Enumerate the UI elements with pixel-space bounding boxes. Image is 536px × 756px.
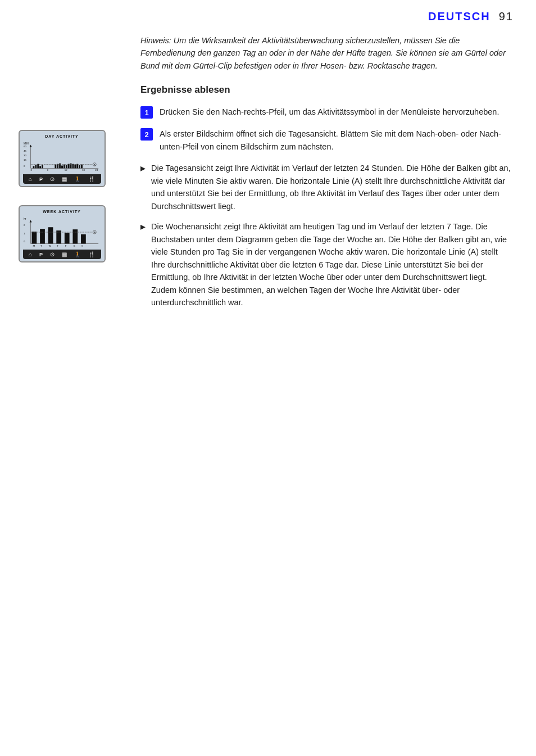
p-icon-week: P [39, 252, 43, 257]
sidebar: DAY ACTIVITY MIN 60 45 30 15 0 0 [0, 29, 124, 323]
svg-text:18: 18 [81, 169, 84, 171]
step-2-text: Als erster Bildschirm öffnet sich die Ta… [160, 128, 514, 153]
svg-rect-54 [72, 229, 78, 243]
svg-rect-50 [40, 229, 45, 243]
day-activity-title: DAY ACTIVITY [23, 134, 101, 138]
svg-text:2: 2 [23, 224, 25, 227]
svg-text:hr: hr [23, 218, 26, 220]
day-activity-chart: MIN 60 45 30 15 0 0 6 12 18 24 [23, 139, 101, 174]
svg-text:A: A [94, 231, 96, 234]
svg-rect-55 [81, 234, 86, 244]
svg-text:15: 15 [23, 159, 26, 161]
page-header: DEUTSCH 91 [0, 0, 536, 29]
day-activity-icons: ⌂ P ⊙ ▦ 🚶 🍴 [23, 174, 101, 184]
svg-rect-49 [31, 232, 37, 243]
svg-rect-14 [33, 166, 34, 169]
svg-rect-15 [35, 165, 37, 169]
svg-text:MIN: MIN [23, 142, 28, 145]
svg-text:T: T [57, 245, 58, 247]
svg-text:45: 45 [23, 150, 26, 152]
bullet-1-text: Die Tagesansicht zeigt Ihre Aktivität im… [151, 162, 514, 212]
fork-icon-week: 🍴 [88, 251, 95, 257]
svg-text:0: 0 [23, 165, 25, 168]
step-1: 1 Drücken Sie den Nach-rechts-Pfeil, um … [140, 106, 514, 119]
svg-text:A: A [94, 164, 96, 166]
step-1-badge: 1 [140, 106, 153, 119]
svg-text:6: 6 [47, 169, 48, 171]
svg-text:0: 0 [30, 169, 32, 171]
svg-text:M: M [33, 245, 35, 247]
page-number: 91 [499, 10, 514, 22]
svg-rect-23 [63, 165, 65, 169]
svg-text:30: 30 [23, 154, 26, 157]
svg-rect-21 [59, 164, 61, 169]
note-text: Hinweis: Um die Wirksamkeit der Aktivitä… [140, 34, 514, 72]
svg-text:24: 24 [95, 169, 98, 171]
svg-rect-30 [79, 165, 80, 169]
person-icon-week: 🚶 [74, 251, 81, 257]
step-2: 2 Als erster Bildschirm öffnet sich die … [140, 128, 514, 153]
svg-rect-22 [61, 166, 63, 169]
svg-rect-24 [65, 165, 67, 169]
svg-text:1: 1 [23, 232, 25, 235]
bullet-2-text: Die Wochenansicht zeigt Ihre Aktivität a… [151, 220, 514, 309]
bullet-1: ▸ Die Tagesansicht zeigt Ihre Aktivität … [140, 162, 514, 212]
svg-text:S: S [81, 245, 83, 247]
language-label: DEUTSCH [428, 10, 490, 22]
day-activity-device: DAY ACTIVITY MIN 60 45 30 15 0 0 [19, 130, 106, 187]
section-title: Ergebnisse ablesen [140, 84, 514, 96]
svg-rect-17 [39, 166, 41, 169]
svg-rect-52 [56, 230, 61, 243]
svg-text:60: 60 [23, 145, 26, 148]
svg-marker-41 [29, 220, 31, 223]
svg-rect-26 [70, 164, 71, 169]
bullet-2-symbol: ▸ [140, 219, 146, 235]
clock-icon-week: ⊙ [50, 251, 54, 257]
svg-text:S: S [73, 245, 75, 247]
grid-icon-week: ▦ [62, 251, 67, 257]
home-icon-week: ⌂ [29, 251, 32, 257]
svg-rect-18 [42, 165, 43, 169]
week-activity-icons: ⌂ P ⊙ ▦ 🚶 🍴 [23, 250, 101, 259]
clock-icon: ⊙ [50, 176, 54, 182]
svg-text:12: 12 [64, 169, 67, 171]
person-icon: 🚶 [74, 176, 81, 182]
home-icon: ⌂ [29, 176, 32, 182]
svg-marker-8 [29, 145, 31, 147]
svg-text:F: F [65, 245, 66, 247]
svg-text:T: T [40, 245, 42, 247]
step-2-badge: 2 [140, 128, 153, 141]
content-area: Hinweis: Um die Wirksamkeit der Aktivitä… [124, 29, 536, 323]
step-1-text: Drücken Sie den Nach-rechts-Pfeil, um da… [160, 106, 499, 118]
week-activity-chart: hr 2 1 0 M T W T F S S [23, 215, 101, 250]
svg-text:0: 0 [23, 240, 25, 243]
p-icon: P [39, 176, 43, 182]
svg-rect-53 [64, 233, 69, 243]
svg-text:W: W [48, 245, 51, 247]
svg-rect-28 [74, 165, 76, 169]
week-activity-title: WEEK ACTIVITY [23, 210, 101, 214]
svg-rect-19 [54, 165, 56, 169]
grid-icon: ▦ [62, 176, 67, 182]
svg-rect-51 [48, 227, 53, 243]
svg-rect-31 [81, 165, 83, 169]
fork-icon: 🍴 [88, 176, 95, 182]
week-activity-device: WEEK ACTIVITY hr 2 1 0 M T W [19, 205, 106, 262]
bullet-2: ▸ Die Wochenansicht zeigt Ihre Aktivität… [140, 220, 514, 309]
bullet-1-symbol: ▸ [140, 161, 146, 176]
